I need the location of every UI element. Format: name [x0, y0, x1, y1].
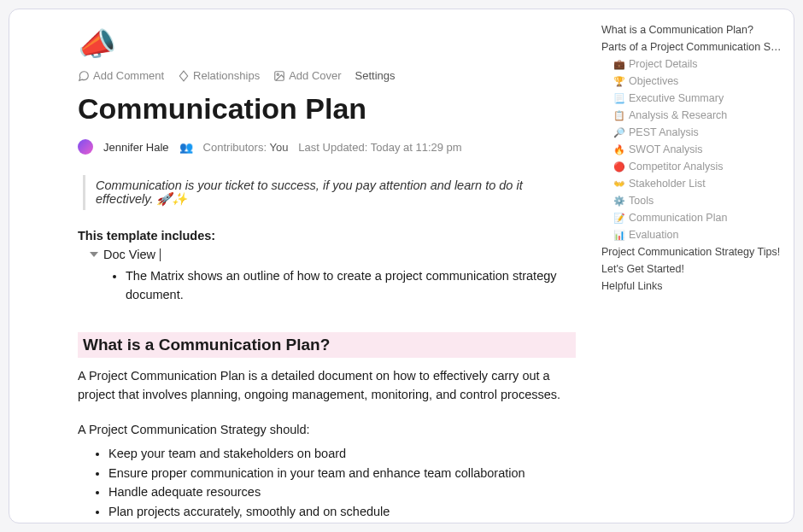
toc-item[interactable]: 📊Evaluation — [601, 226, 782, 243]
body-paragraph[interactable]: A Project Communication Strategy should: — [78, 420, 576, 439]
toc-icon: 🔴 — [613, 161, 625, 172]
section-heading: What is a Communication Plan? — [83, 336, 571, 354]
toc-label: Stakeholder List — [629, 178, 706, 190]
relationships-label: Relationships — [193, 69, 260, 82]
image-icon — [273, 70, 285, 82]
add-cover-label: Add Cover — [289, 69, 341, 82]
add-comment-label: Add Comment — [93, 69, 164, 82]
template-bullet-list: The Matrix shows an outline of how to cr… — [78, 266, 576, 305]
comment-icon — [78, 70, 90, 82]
toc-item[interactable]: What is a Communication Plan? — [601, 21, 782, 38]
toc-icon: 📊 — [613, 230, 625, 241]
toc-item[interactable]: Project Communication Strategy Tips! — [601, 243, 782, 260]
toc-label: Evaluation — [629, 229, 678, 241]
template-includes-label[interactable]: This template includes: — [78, 229, 576, 243]
last-updated-field: Last Updated: Today at 11:29 pm — [298, 141, 461, 154]
toc-label: Let's Get Started! — [601, 263, 684, 275]
table-of-contents: What is a Communication Plan?Parts of a … — [601, 9, 794, 523]
page-title[interactable]: Communication Plan — [78, 92, 576, 126]
toc-icon: 🏆 — [613, 76, 625, 87]
body-paragraph[interactable]: A Project Communication Plan is a detail… — [78, 366, 576, 405]
toc-item[interactable]: 🔥SWOT Analysis — [601, 141, 782, 158]
toc-item[interactable]: ⚙️Tools — [601, 192, 782, 209]
toc-item[interactable]: 🔴Competitor Analysis — [601, 158, 782, 175]
meta-row: Jennifer Hale 👥 Contributors: You Last U… — [78, 139, 576, 155]
toc-label: Analysis & Research — [629, 109, 727, 121]
toc-label: Tools — [629, 195, 654, 207]
add-comment-button[interactable]: Add Comment — [78, 69, 164, 82]
toc-label: Project Communication Strategy Tips! — [601, 246, 780, 258]
last-updated-label: Last Updated: — [298, 141, 367, 154]
toc-label: PEST Analysis — [629, 126, 699, 138]
chevron-down-icon — [90, 252, 98, 257]
toc-icon: 📋 — [613, 110, 625, 121]
list-item[interactable]: The Matrix shows an outline of how to cr… — [126, 266, 576, 305]
last-updated-value: Today at 11:29 pm — [371, 141, 462, 154]
toc-icon: ⚙️ — [613, 196, 625, 207]
toc-icon: 📝 — [613, 213, 625, 224]
toc-label: SWOT Analysis — [629, 143, 703, 155]
toc-label: Competitor Analysis — [629, 161, 723, 172]
page-icon[interactable]: 📣 — [76, 25, 117, 64]
main-content: 📣 Add Comment Relationships Add Cover Se… — [9, 9, 601, 523]
add-cover-button[interactable]: Add Cover — [273, 69, 341, 82]
toc-label: Parts of a Project Communication St... — [601, 41, 782, 53]
toc-label: Helpful Links — [601, 280, 663, 292]
toc-icon: 🔥 — [613, 144, 625, 155]
toc-item[interactable]: 📃Executive Summary — [601, 90, 782, 107]
toc-item[interactable]: 🏆Objectives — [601, 73, 782, 90]
quote-block[interactable]: Communication is your ticket to success,… — [83, 175, 571, 210]
toc-icon: 🔎 — [613, 127, 625, 138]
contributors-icon: 👥 — [179, 141, 193, 154]
toc-item[interactable]: 📋Analysis & Research — [601, 107, 782, 124]
doc-view-label: Doc View — [103, 248, 155, 261]
toc-icon: 📃 — [613, 93, 625, 104]
relationships-icon — [178, 70, 190, 82]
contributors-label: Contributors: — [203, 141, 267, 154]
list-item[interactable]: Plan projects accurately, smoothly and o… — [108, 502, 576, 521]
toc-icon: 👐 — [613, 178, 625, 190]
toc-item[interactable]: 📝Communication Plan — [601, 209, 782, 226]
settings-label: Settings — [355, 69, 396, 82]
toc-label: Project Details — [629, 58, 698, 70]
toc-label: Objectives — [629, 75, 678, 87]
svg-point-1 — [277, 73, 278, 75]
document-container: 📣 Add Comment Relationships Add Cover Se… — [9, 9, 794, 523]
list-item[interactable]: Maintain control of your team and manage… — [108, 521, 576, 523]
author-name[interactable]: Jennifer Hale — [103, 141, 169, 154]
relationships-button[interactable]: Relationships — [178, 69, 260, 82]
list-item[interactable]: Keep your team and stakeholders on board — [108, 444, 576, 463]
toc-item[interactable]: Parts of a Project Communication St... — [601, 38, 782, 56]
toc-item[interactable]: 🔎PEST Analysis — [601, 124, 782, 141]
author-avatar[interactable] — [78, 139, 93, 155]
doc-view-toggle[interactable]: Doc View — [78, 248, 576, 261]
toc-label: Executive Summary — [629, 92, 724, 104]
toc-item[interactable]: 👐Stakeholder List — [601, 175, 782, 192]
list-item[interactable]: Handle adequate resources — [108, 482, 576, 501]
contributors-value: You — [269, 141, 288, 154]
action-toolbar: Add Comment Relationships Add Cover Sett… — [78, 69, 576, 82]
contributors-field[interactable]: Contributors: You — [203, 141, 289, 154]
toc-label: What is a Communication Plan? — [601, 24, 753, 36]
toc-item[interactable]: 💼Project Details — [601, 56, 782, 73]
settings-button[interactable]: Settings — [355, 69, 396, 82]
toc-item[interactable]: Let's Get Started! — [601, 260, 782, 278]
toc-icon: 💼 — [613, 59, 625, 70]
text-cursor — [160, 248, 161, 261]
toc-item[interactable]: Helpful Links — [601, 278, 782, 295]
toc-label: Communication Plan — [629, 212, 727, 224]
list-item[interactable]: Ensure proper communication in your team… — [108, 464, 576, 482]
section-heading-highlight[interactable]: What is a Communication Plan? — [78, 332, 576, 358]
strategy-bullet-list: Keep your team and stakeholders on board… — [78, 444, 576, 523]
